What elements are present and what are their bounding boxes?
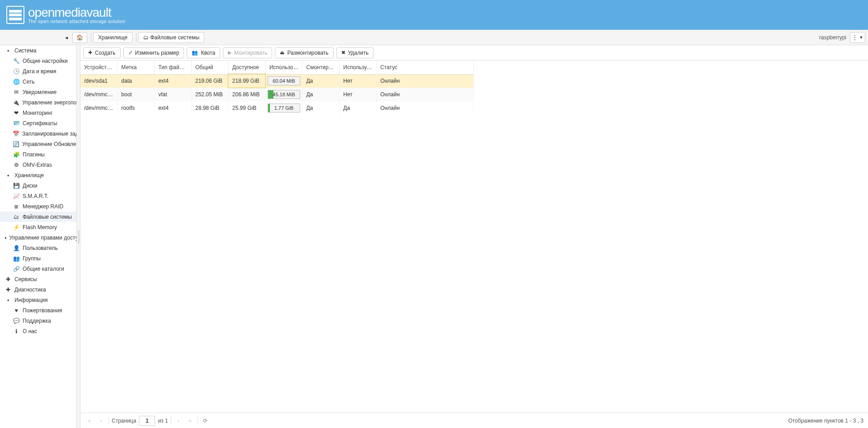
sidebar-item[interactable]: 👤Пользователь (0, 243, 76, 253)
table-cell: 45.18 MiB (265, 88, 302, 101)
table-cell: Онлайн (377, 74, 474, 88)
button-label: Размонтировать (287, 50, 328, 56)
sidebar-item[interactable]: 🌐Сеть (0, 76, 76, 87)
pager-of-label: из 1 (158, 418, 168, 424)
pager-first: « (85, 416, 94, 425)
delete-button[interactable]: ✖Удалить (336, 47, 374, 58)
pager: « ‹ Страница из 1 › » ⟳ Отображение пунк… (80, 413, 868, 428)
quota-button[interactable]: 👥Квота (187, 47, 220, 58)
col-available[interactable]: Доступное (228, 61, 265, 74)
sidebar-item[interactable]: ❤Мониторинг (0, 108, 76, 118)
breadcrumb-home[interactable]: 🏠 (72, 32, 87, 43)
nav-icon: 💬 (13, 317, 20, 325)
nav-icon: ≣ (13, 203, 20, 210)
pager-page-input[interactable] (139, 416, 155, 426)
kebab-icon: ⋮ (852, 34, 858, 41)
sidebar-item-label: Плагины (23, 151, 45, 158)
sidebar-item[interactable]: 🔧Общие настройки (0, 56, 76, 66)
app-banner: openmediavault The open network attached… (0, 0, 868, 30)
table-cell: 219.06 GiB (191, 74, 228, 88)
pager-refresh[interactable]: ⟳ (201, 416, 210, 425)
sidebar-item-label: Уведомление (23, 89, 57, 95)
col-fstype[interactable]: Тип файло… (155, 61, 192, 74)
usage-bar: 45.18 MiB (268, 90, 301, 99)
sidebar-item[interactable]: ⚙OMV-Extras (0, 160, 76, 170)
sidebar-item[interactable]: 🔌Управление энергопотр (0, 97, 76, 108)
sidebar-item[interactable]: 👥Группы (0, 253, 76, 263)
sidebar-item[interactable]: 📅Запланированные задан (0, 128, 76, 139)
usage-bar-label: 1.77 GiB (268, 105, 300, 111)
table-cell: data (118, 74, 155, 88)
nav-icon: 🕒 (13, 68, 20, 75)
breadcrumb-storage[interactable]: Хранилище (93, 32, 132, 43)
sidebar-item-label: Группы (23, 255, 41, 262)
sidebar-item-label: Запланированные задан (22, 131, 76, 137)
minus-icon: ▪ (5, 172, 12, 179)
resize-button[interactable]: ⤢Изменить размер (123, 47, 184, 58)
sidebar-item[interactable]: 🕒Дата и время (0, 66, 76, 76)
sidebar-item-label: Мониторинг (23, 110, 53, 116)
brand-title: openmediavault (28, 6, 126, 19)
unmount-button[interactable]: ⏏Размонтировать (275, 47, 333, 58)
minus-icon: ▪ (5, 234, 6, 241)
sidebar-label: Информация (14, 297, 47, 303)
table-row[interactable]: /dev/sda1dataext4219.06 GiB218.99 GiB60.… (80, 74, 474, 88)
expand-icon: ⤢ (128, 50, 132, 56)
create-button[interactable]: ✚Создать (83, 47, 121, 58)
sidebar-item[interactable]: ✉Уведомление (0, 87, 76, 97)
nav-icon: ⚙ (13, 161, 20, 169)
breadcrumb-separator (136, 33, 137, 42)
sidebar-item[interactable]: 🔗Общие каталоги (0, 263, 76, 274)
button-label: Изменить размер (135, 50, 179, 56)
sidebar-item[interactable]: 💬Поддержка (0, 315, 76, 326)
sidebar-item[interactable]: 💾Диски (0, 180, 76, 191)
table-cell: 25.99 GiB (228, 101, 265, 115)
sidebar-item[interactable]: ≣Менеджер RAID (0, 201, 76, 212)
sidebar-section-storage[interactable]: ▪Хранилище (0, 170, 76, 180)
sidebar-item-label: Диски (23, 183, 38, 189)
sidebar-collapse-button[interactable]: ◂ (3, 32, 72, 43)
nav-icon: ♥ (13, 307, 20, 314)
sidebar-item-label: Сеть (23, 79, 35, 85)
sidebar-item[interactable]: ⚡Flash Memory (0, 222, 76, 232)
sidebar-section-diagnostics[interactable]: ✚Диагностика (0, 284, 76, 295)
col-status[interactable]: Статус (377, 61, 474, 74)
content-area: ✚Создать ⤢Изменить размер 👥Квота ▶Монтир… (80, 45, 868, 428)
sidebar-item[interactable]: 🗂Файловые системы (0, 212, 76, 222)
sidebar-section-information[interactable]: ▪Информация (0, 295, 76, 305)
breadcrumb-filesystems[interactable]: 🗂 Файловые системы (138, 32, 204, 43)
usage-bar: 60.04 MiB (268, 76, 301, 85)
nav-icon: 🔧 (13, 57, 20, 65)
user-menu-button[interactable]: ⋮▼ (850, 32, 865, 43)
hostname-label: raspberrypi (819, 34, 846, 41)
col-total[interactable]: Общий (191, 61, 228, 74)
sidebar-item-label: Сертификаты (23, 120, 57, 127)
col-referenced[interactable]: Используе… (340, 61, 377, 74)
sidebar-section-system[interactable]: ▪Система (0, 45, 76, 56)
grid-header-row: Устройств… Метка Тип файло… Общий Доступ… (80, 61, 474, 74)
col-label[interactable]: Метка (118, 61, 155, 74)
table-row[interactable]: /dev/mmc…rootfsext428.98 GiB25.99 GiB1.7… (80, 101, 474, 115)
filesystems-grid: Устройств… Метка Тип файло… Общий Доступ… (80, 61, 868, 413)
sidebar-label: Диагностика (14, 287, 46, 293)
table-cell: Нет (340, 88, 377, 101)
sidebar-splitter[interactable] (77, 45, 80, 428)
plus-icon: ✚ (88, 50, 92, 56)
nav-icon: 🪪 (13, 120, 20, 127)
nav-icon: 📅 (13, 130, 19, 137)
sidebar-section-access[interactable]: ▪Управление правами досту (0, 232, 76, 243)
nav-icon: 👥 (13, 255, 20, 262)
sidebar-item[interactable]: ℹО нас (0, 326, 76, 336)
sidebar-section-services[interactable]: ✚Сервисы (0, 274, 76, 284)
table-row[interactable]: /dev/mmc…bootvfat252.05 MiB206.86 MiB45.… (80, 88, 474, 101)
col-used[interactable]: Использов… (265, 61, 302, 74)
sidebar-item[interactable]: 🧩Плагины (0, 149, 76, 160)
col-mounted[interactable]: Смонтиро… (302, 61, 340, 74)
sidebar-item[interactable]: 🪪Сертификаты (0, 118, 76, 128)
col-device[interactable]: Устройств… (80, 61, 118, 74)
sidebar-item[interactable]: 📈S.M.A.R.T. (0, 191, 76, 201)
sidebar-item[interactable]: ♥Пожертвования (0, 305, 76, 315)
sidebar-item-label: О нас (23, 328, 37, 334)
plus-icon: ✚ (5, 276, 12, 283)
sidebar-item[interactable]: 🔄Управление Обновлени (0, 139, 76, 149)
